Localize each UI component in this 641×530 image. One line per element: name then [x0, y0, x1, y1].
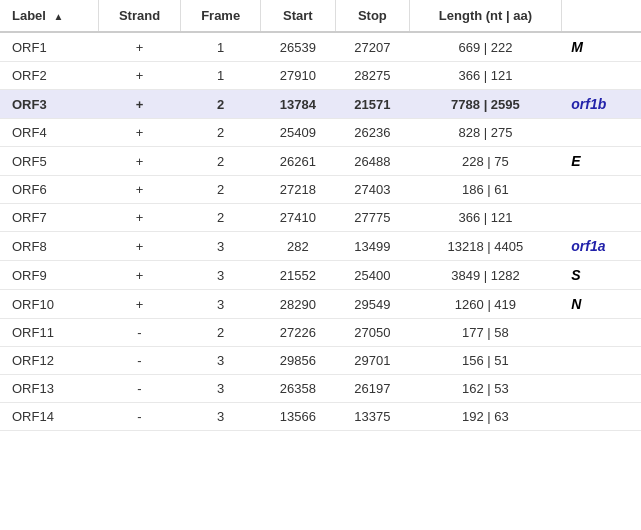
cell-strand: -: [98, 319, 181, 347]
cell-stop: 21571: [335, 90, 410, 119]
cell-length: 186 | 61: [410, 176, 562, 204]
cell-label: ORF8: [0, 232, 98, 261]
cell-label: ORF11: [0, 319, 98, 347]
cell-stop: 26197: [335, 375, 410, 403]
cell-frame: 2: [181, 90, 261, 119]
cell-start: 25409: [261, 119, 336, 147]
cell-stop: 27403: [335, 176, 410, 204]
cell-stop: 13499: [335, 232, 410, 261]
table-row[interactable]: ORF5+22626126488228 | 75E: [0, 147, 641, 176]
cell-label: ORF13: [0, 375, 98, 403]
cell-label: ORF5: [0, 147, 98, 176]
cell-frame: 3: [181, 375, 261, 403]
col-header-start[interactable]: Start: [261, 0, 336, 32]
cell-length: 669 | 222: [410, 32, 562, 62]
table-row[interactable]: ORF1+12653927207669 | 222M: [0, 32, 641, 62]
table-row[interactable]: ORF14-31356613375192 | 63: [0, 403, 641, 431]
cell-strand: +: [98, 232, 181, 261]
cell-stop: 27775: [335, 204, 410, 232]
cell-length: 192 | 63: [410, 403, 562, 431]
cell-length: 7788 | 2595: [410, 90, 562, 119]
table-row[interactable]: ORF13-32635826197162 | 53: [0, 375, 641, 403]
cell-length: 366 | 121: [410, 62, 562, 90]
cell-annotation: M: [561, 32, 641, 62]
table-row[interactable]: ORF11-22722627050177 | 58: [0, 319, 641, 347]
cell-strand: +: [98, 204, 181, 232]
col-header-label[interactable]: Label ▲: [0, 0, 98, 32]
cell-start: 26539: [261, 32, 336, 62]
table-row[interactable]: ORF6+22721827403186 | 61: [0, 176, 641, 204]
cell-frame: 2: [181, 147, 261, 176]
cell-annotation: E: [561, 147, 641, 176]
cell-length: 13218 | 4405: [410, 232, 562, 261]
col-stop-text: Stop: [358, 8, 387, 23]
col-strand-text: Strand: [119, 8, 160, 23]
cell-start: 27410: [261, 204, 336, 232]
cell-annotation: N: [561, 290, 641, 319]
orf-table: Label ▲ Strand Frame Start Stop Length (…: [0, 0, 641, 431]
cell-frame: 3: [181, 290, 261, 319]
col-frame-text: Frame: [201, 8, 240, 23]
table-row[interactable]: ORF4+22540926236828 | 275: [0, 119, 641, 147]
cell-frame: 3: [181, 261, 261, 290]
table-header-row: Label ▲ Strand Frame Start Stop Length (…: [0, 0, 641, 32]
cell-start: 26358: [261, 375, 336, 403]
cell-label: ORF2: [0, 62, 98, 90]
col-header-annotation: [561, 0, 641, 32]
cell-annotation: [561, 347, 641, 375]
col-header-length[interactable]: Length (nt | aa): [410, 0, 562, 32]
cell-frame: 3: [181, 232, 261, 261]
cell-label: ORF14: [0, 403, 98, 431]
cell-annotation: [561, 375, 641, 403]
cell-frame: 2: [181, 176, 261, 204]
cell-length: 162 | 53: [410, 375, 562, 403]
cell-strand: +: [98, 32, 181, 62]
cell-stop: 29549: [335, 290, 410, 319]
cell-annotation: [561, 319, 641, 347]
cell-frame: 3: [181, 347, 261, 375]
cell-strand: +: [98, 62, 181, 90]
cell-annotation: [561, 119, 641, 147]
cell-length: 3849 | 1282: [410, 261, 562, 290]
col-header-frame[interactable]: Frame: [181, 0, 261, 32]
cell-start: 27910: [261, 62, 336, 90]
cell-strand: -: [98, 403, 181, 431]
cell-start: 21552: [261, 261, 336, 290]
table-row[interactable]: ORF10+328290295491260 | 419N: [0, 290, 641, 319]
cell-start: 13784: [261, 90, 336, 119]
table-row[interactable]: ORF8+32821349913218 | 4405orf1a: [0, 232, 641, 261]
cell-start: 26261: [261, 147, 336, 176]
cell-annotation: [561, 403, 641, 431]
cell-strand: +: [98, 90, 181, 119]
table-row[interactable]: ORF9+321552254003849 | 1282S: [0, 261, 641, 290]
orf-table-container: Label ▲ Strand Frame Start Stop Length (…: [0, 0, 641, 431]
cell-start: 282: [261, 232, 336, 261]
cell-stop: 27050: [335, 319, 410, 347]
cell-stop: 25400: [335, 261, 410, 290]
col-header-stop[interactable]: Stop: [335, 0, 410, 32]
col-header-strand[interactable]: Strand: [98, 0, 181, 32]
cell-stop: 13375: [335, 403, 410, 431]
cell-frame: 1: [181, 32, 261, 62]
cell-label: ORF10: [0, 290, 98, 319]
table-row[interactable]: ORF2+12791028275366 | 121: [0, 62, 641, 90]
cell-length: 1260 | 419: [410, 290, 562, 319]
cell-strand: +: [98, 176, 181, 204]
cell-start: 29856: [261, 347, 336, 375]
cell-length: 177 | 58: [410, 319, 562, 347]
cell-stop: 26488: [335, 147, 410, 176]
table-row[interactable]: ORF12-32985629701156 | 51: [0, 347, 641, 375]
cell-length: 828 | 275: [410, 119, 562, 147]
cell-annotation: S: [561, 261, 641, 290]
cell-strand: +: [98, 119, 181, 147]
col-start-text: Start: [283, 8, 313, 23]
cell-start: 27226: [261, 319, 336, 347]
cell-annotation: [561, 176, 641, 204]
cell-frame: 2: [181, 319, 261, 347]
table-row[interactable]: ORF7+22741027775366 | 121: [0, 204, 641, 232]
table-row[interactable]: ORF3+213784215717788 | 2595orf1b: [0, 90, 641, 119]
col-length-text: Length (nt | aa): [439, 8, 532, 23]
cell-start: 13566: [261, 403, 336, 431]
cell-stop: 28275: [335, 62, 410, 90]
cell-annotation: [561, 62, 641, 90]
